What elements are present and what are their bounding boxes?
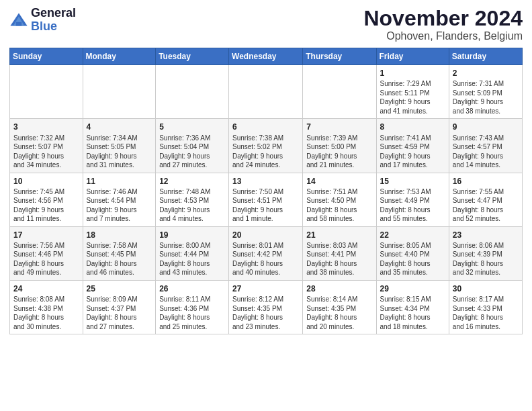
day-number: 18 bbox=[87, 230, 152, 240]
day-number: 8 bbox=[380, 122, 445, 132]
empty-day bbox=[156, 65, 229, 119]
day-number: 29 bbox=[380, 283, 445, 294]
day-number: 4 bbox=[87, 122, 152, 132]
day-number: 5 bbox=[159, 122, 225, 132]
day-number: 24 bbox=[13, 283, 79, 294]
calendar-day-29: 29Sunrise: 8:15 AM Sunset: 4:34 PM Dayli… bbox=[376, 280, 449, 334]
day-number: 14 bbox=[306, 176, 372, 187]
day-info: Sunrise: 7:41 AM Sunset: 4:59 PM Dayligh… bbox=[380, 134, 445, 170]
calendar-header: SundayMondayTuesdayWednesdayThursdayFrid… bbox=[10, 48, 523, 65]
day-info: Sunrise: 8:01 AM Sunset: 4:42 PM Dayligh… bbox=[232, 241, 299, 277]
day-info: Sunrise: 8:15 AM Sunset: 4:34 PM Dayligh… bbox=[380, 295, 445, 331]
calendar-day-30: 30Sunrise: 8:17 AM Sunset: 4:33 PM Dayli… bbox=[449, 280, 522, 334]
day-number: 20 bbox=[232, 230, 299, 240]
logo-blue: Blue bbox=[31, 20, 76, 34]
calendar-day-28: 28Sunrise: 8:14 AM Sunset: 4:35 PM Dayli… bbox=[303, 280, 376, 334]
empty-day bbox=[303, 65, 376, 119]
calendar-day-7: 7Sunrise: 7:39 AM Sunset: 5:00 PM Daylig… bbox=[303, 119, 376, 173]
calendar-week-3: 10Sunrise: 7:45 AM Sunset: 4:56 PM Dayli… bbox=[10, 173, 523, 226]
empty-day bbox=[229, 65, 303, 119]
day-number: 22 bbox=[380, 230, 445, 240]
day-info: Sunrise: 8:03 AM Sunset: 4:41 PM Dayligh… bbox=[306, 241, 372, 277]
logo-general: General bbox=[31, 7, 76, 20]
day-info: Sunrise: 7:34 AM Sunset: 5:05 PM Dayligh… bbox=[87, 134, 152, 170]
day-number: 25 bbox=[87, 283, 152, 294]
calendar-body: 1Sunrise: 7:29 AM Sunset: 5:11 PM Daylig… bbox=[10, 65, 523, 334]
weekday-monday: Monday bbox=[83, 48, 156, 65]
day-info: Sunrise: 8:00 AM Sunset: 4:44 PM Dayligh… bbox=[159, 241, 225, 277]
day-number: 6 bbox=[232, 122, 299, 132]
day-info: Sunrise: 7:58 AM Sunset: 4:45 PM Dayligh… bbox=[87, 241, 152, 277]
empty-day bbox=[83, 65, 156, 119]
svg-rect-2 bbox=[16, 22, 21, 26]
page-title: November 2024 bbox=[363, 7, 523, 30]
calendar-day-25: 25Sunrise: 8:09 AM Sunset: 4:37 PM Dayli… bbox=[83, 280, 156, 334]
day-number: 28 bbox=[306, 283, 372, 294]
calendar-day-26: 26Sunrise: 8:11 AM Sunset: 4:36 PM Dayli… bbox=[156, 280, 229, 334]
day-number: 23 bbox=[453, 230, 519, 240]
calendar-day-11: 11Sunrise: 7:46 AM Sunset: 4:54 PM Dayli… bbox=[83, 173, 156, 226]
day-info: Sunrise: 8:05 AM Sunset: 4:40 PM Dayligh… bbox=[380, 241, 445, 277]
calendar-day-4: 4Sunrise: 7:34 AM Sunset: 5:05 PM Daylig… bbox=[83, 119, 156, 173]
day-info: Sunrise: 7:51 AM Sunset: 4:50 PM Dayligh… bbox=[306, 187, 372, 224]
day-info: Sunrise: 8:14 AM Sunset: 4:35 PM Dayligh… bbox=[306, 295, 372, 331]
calendar-day-8: 8Sunrise: 7:41 AM Sunset: 4:59 PM Daylig… bbox=[376, 119, 449, 173]
logo-icon bbox=[9, 11, 28, 30]
day-number: 26 bbox=[159, 283, 225, 294]
day-info: Sunrise: 7:45 AM Sunset: 4:56 PM Dayligh… bbox=[13, 187, 79, 224]
weekday-thursday: Thursday bbox=[303, 48, 376, 65]
empty-day bbox=[10, 65, 83, 119]
title-block: November 2024 Ophoven, Flanders, Belgium bbox=[363, 7, 523, 42]
calendar-day-14: 14Sunrise: 7:51 AM Sunset: 4:50 PM Dayli… bbox=[303, 173, 376, 226]
day-info: Sunrise: 7:55 AM Sunset: 4:47 PM Dayligh… bbox=[453, 187, 519, 224]
weekday-wednesday: Wednesday bbox=[229, 48, 303, 65]
calendar-day-15: 15Sunrise: 7:53 AM Sunset: 4:49 PM Dayli… bbox=[376, 173, 449, 226]
day-info: Sunrise: 8:17 AM Sunset: 4:33 PM Dayligh… bbox=[453, 295, 519, 331]
weekday-sunday: Sunday bbox=[10, 48, 83, 65]
day-info: Sunrise: 8:09 AM Sunset: 4:37 PM Dayligh… bbox=[87, 295, 152, 331]
day-info: Sunrise: 7:50 AM Sunset: 4:51 PM Dayligh… bbox=[232, 187, 299, 224]
calendar-day-5: 5Sunrise: 7:36 AM Sunset: 5:04 PM Daylig… bbox=[156, 119, 229, 173]
page-container: General Blue November 2024 Ophoven, Flan… bbox=[0, 0, 532, 341]
day-info: Sunrise: 7:31 AM Sunset: 5:09 PM Dayligh… bbox=[453, 79, 519, 116]
day-info: Sunrise: 8:06 AM Sunset: 4:39 PM Dayligh… bbox=[453, 241, 519, 277]
calendar-week-5: 24Sunrise: 8:08 AM Sunset: 4:38 PM Dayli… bbox=[10, 280, 523, 334]
day-number: 19 bbox=[159, 230, 225, 240]
day-info: Sunrise: 8:12 AM Sunset: 4:35 PM Dayligh… bbox=[232, 295, 299, 331]
calendar-day-16: 16Sunrise: 7:55 AM Sunset: 4:47 PM Dayli… bbox=[449, 173, 522, 226]
day-info: Sunrise: 7:43 AM Sunset: 4:57 PM Dayligh… bbox=[453, 134, 519, 170]
calendar-day-19: 19Sunrise: 8:00 AM Sunset: 4:44 PM Dayli… bbox=[156, 226, 229, 280]
calendar-day-18: 18Sunrise: 7:58 AM Sunset: 4:45 PM Dayli… bbox=[83, 226, 156, 280]
weekday-saturday: Saturday bbox=[449, 48, 522, 65]
day-number: 3 bbox=[13, 122, 79, 132]
calendar-week-4: 17Sunrise: 7:56 AM Sunset: 4:46 PM Dayli… bbox=[10, 226, 523, 280]
day-number: 9 bbox=[453, 122, 519, 132]
day-info: Sunrise: 7:53 AM Sunset: 4:49 PM Dayligh… bbox=[380, 187, 445, 224]
calendar-week-1: 1Sunrise: 7:29 AM Sunset: 5:11 PM Daylig… bbox=[10, 65, 523, 119]
day-number: 11 bbox=[87, 176, 152, 187]
day-number: 27 bbox=[232, 283, 299, 294]
calendar-day-2: 2Sunrise: 7:31 AM Sunset: 5:09 PM Daylig… bbox=[449, 65, 522, 119]
calendar-day-9: 9Sunrise: 7:43 AM Sunset: 4:57 PM Daylig… bbox=[449, 119, 522, 173]
day-number: 7 bbox=[306, 122, 372, 132]
calendar-day-10: 10Sunrise: 7:45 AM Sunset: 4:56 PM Dayli… bbox=[10, 173, 83, 226]
day-info: Sunrise: 7:29 AM Sunset: 5:11 PM Dayligh… bbox=[380, 79, 445, 116]
day-info: Sunrise: 7:32 AM Sunset: 5:07 PM Dayligh… bbox=[13, 134, 79, 170]
calendar-day-3: 3Sunrise: 7:32 AM Sunset: 5:07 PM Daylig… bbox=[10, 119, 83, 173]
calendar-day-17: 17Sunrise: 7:56 AM Sunset: 4:46 PM Dayli… bbox=[10, 226, 83, 280]
day-info: Sunrise: 8:11 AM Sunset: 4:36 PM Dayligh… bbox=[159, 295, 225, 331]
weekday-tuesday: Tuesday bbox=[156, 48, 229, 65]
day-number: 17 bbox=[13, 230, 79, 240]
page-subtitle: Ophoven, Flanders, Belgium bbox=[363, 30, 523, 42]
calendar-day-21: 21Sunrise: 8:03 AM Sunset: 4:41 PM Dayli… bbox=[303, 226, 376, 280]
calendar-day-23: 23Sunrise: 8:06 AM Sunset: 4:39 PM Dayli… bbox=[449, 226, 522, 280]
day-number: 16 bbox=[453, 176, 519, 187]
weekday-header-row: SundayMondayTuesdayWednesdayThursdayFrid… bbox=[10, 48, 523, 65]
header: General Blue November 2024 Ophoven, Flan… bbox=[9, 7, 523, 42]
day-number: 15 bbox=[380, 176, 445, 187]
day-info: Sunrise: 7:39 AM Sunset: 5:00 PM Dayligh… bbox=[306, 134, 372, 170]
weekday-friday: Friday bbox=[376, 48, 449, 65]
day-info: Sunrise: 7:36 AM Sunset: 5:04 PM Dayligh… bbox=[159, 134, 225, 170]
day-info: Sunrise: 7:38 AM Sunset: 5:02 PM Dayligh… bbox=[232, 134, 299, 170]
calendar-day-27: 27Sunrise: 8:12 AM Sunset: 4:35 PM Dayli… bbox=[229, 280, 303, 334]
